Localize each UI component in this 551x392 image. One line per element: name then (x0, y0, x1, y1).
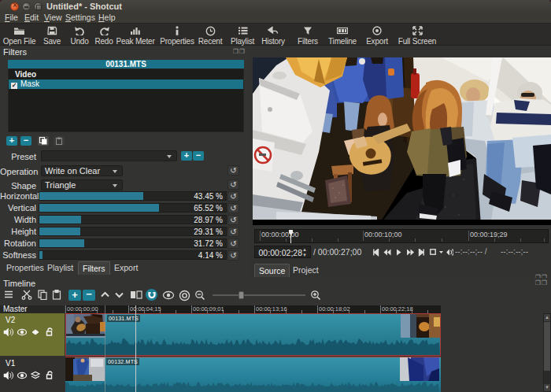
svg-text:00:00:10;00: 00:00:10;00 (364, 231, 402, 239)
svg-text:00:00:18;02: 00:00:18;02 (319, 305, 350, 312)
svg-text:00:00:13;16: 00:00:13;16 (256, 305, 287, 312)
svg-text:00:00:09;01: 00:00:09;01 (193, 305, 224, 312)
svg-text:00:00:00;00: 00:00:00;00 (67, 305, 98, 312)
svg-text:00:00:04;15: 00:00:04;15 (130, 305, 161, 312)
svg-text:00:00:19;29: 00:00:19;29 (470, 231, 508, 239)
svg-text:00:00:22;18: 00:00:22;18 (382, 305, 413, 312)
svg-text:00:00:00;00: 00:00:00;00 (261, 231, 299, 239)
